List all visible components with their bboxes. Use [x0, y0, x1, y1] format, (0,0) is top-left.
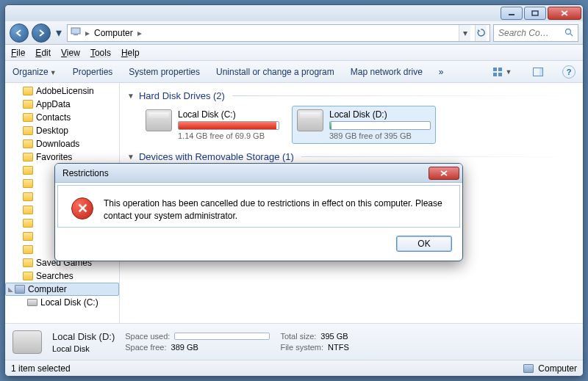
tree-folder: AppData	[5, 98, 119, 111]
svg-rect-6	[498, 68, 502, 71]
tree-folder: AdobeLicensin	[5, 84, 119, 98]
search-icon	[564, 26, 573, 40]
folder-icon	[23, 126, 33, 135]
breadcrumb-sep-icon: ▸	[85, 28, 90, 38]
tree-computer[interactable]: ◣Computer	[5, 283, 119, 296]
svg-rect-1	[532, 11, 538, 15]
minimize-button[interactable]	[501, 7, 523, 20]
refresh-button[interactable]	[475, 25, 487, 41]
system-properties-button[interactable]: System properties	[129, 67, 200, 77]
dialog-titlebar[interactable]: Restrictions	[55, 164, 462, 183]
drive-d[interactable]: Local Disk (D:) 389 GB free of 395 GB	[292, 106, 436, 144]
drive-free: 389 GB free of 395 GB	[329, 131, 431, 140]
menu-bar: File Edit View Tools Help	[5, 45, 583, 61]
forward-button[interactable]	[32, 23, 51, 43]
usage-bar	[174, 333, 270, 340]
restrictions-dialog: Restrictions ✕ This operation has been c…	[54, 163, 463, 261]
collapse-icon: ▼	[127, 92, 135, 100]
toolbar-overflow[interactable]: »	[439, 67, 444, 77]
folder-icon	[23, 232, 33, 241]
group-removable[interactable]: ▼ Devices with Removable Storage (1)	[127, 151, 576, 162]
search-input[interactable]	[498, 28, 564, 38]
svg-rect-10	[539, 68, 542, 76]
details-pane: Local Disk (D:) Local Disk Space used: S…	[5, 323, 583, 360]
nav-history-dropdown[interactable]: ▾	[54, 23, 64, 43]
help-button[interactable]: ?	[562, 65, 576, 79]
folder-icon	[23, 153, 33, 162]
collapse-icon: ▼	[127, 153, 135, 161]
folder-icon	[23, 258, 33, 267]
status-left: 1 item selected	[11, 363, 71, 374]
tree-disk-c[interactable]: Local Disk (C:)	[5, 296, 119, 309]
tree-folder: Favorites	[5, 150, 119, 164]
titlebar	[5, 5, 583, 21]
ok-button[interactable]: OK	[396, 236, 452, 252]
svg-rect-2	[71, 28, 80, 34]
dialog-close-button[interactable]	[429, 167, 459, 180]
menu-help[interactable]: Help	[121, 48, 140, 58]
tree-folder: Downloads	[5, 137, 119, 150]
back-button[interactable]	[10, 23, 29, 43]
uninstall-button[interactable]: Uninstall or change a program	[216, 67, 334, 77]
folder-icon	[23, 166, 33, 175]
preview-pane-button[interactable]	[530, 64, 546, 80]
organize-button[interactable]: Organize▼	[12, 67, 57, 77]
svg-rect-0	[509, 14, 514, 15]
folder-icon	[23, 272, 33, 280]
dialog-title: Restrictions	[62, 168, 109, 178]
folder-icon	[23, 192, 33, 201]
details-subtitle: Local Disk	[52, 344, 115, 353]
details-title: Local Disk (D:)	[52, 331, 115, 342]
capacity-bar	[178, 121, 279, 130]
nav-bar: ▾ ▸ Computer ▸ ▾	[5, 21, 583, 45]
menu-view[interactable]: View	[61, 48, 80, 58]
svg-rect-3	[74, 35, 78, 35]
address-bar[interactable]: ▸ Computer ▸ ▾	[67, 24, 490, 42]
disk-icon	[27, 299, 37, 306]
tree-folder: Contacts	[5, 111, 119, 124]
group-hdd[interactable]: ▼ Hard Disk Drives (2)	[127, 90, 576, 101]
menu-tools[interactable]: Tools	[90, 48, 111, 58]
drive-label: Local Disk (D:)	[329, 109, 431, 120]
command-bar: Organize▼ Properties System properties U…	[5, 61, 583, 83]
close-button[interactable]	[548, 7, 581, 20]
breadcrumb-sep-icon: ▸	[137, 28, 142, 38]
computer-icon	[15, 285, 25, 294]
search-box[interactable]	[493, 24, 578, 42]
expand-icon[interactable]: ◣	[7, 286, 14, 293]
folder-icon	[23, 139, 33, 148]
properties-button[interactable]: Properties	[73, 67, 113, 77]
computer-icon	[523, 364, 534, 373]
folder-icon	[23, 219, 33, 228]
disk-icon	[297, 109, 323, 131]
svg-rect-7	[493, 73, 497, 76]
drive-free: 1.14 GB free of 69.9 GB	[178, 131, 279, 140]
tree-folder: Desktop	[5, 124, 119, 137]
svg-rect-8	[498, 73, 502, 76]
address-dropdown[interactable]: ▾	[459, 25, 470, 41]
disk-icon	[12, 330, 42, 354]
tree-folder: Searches	[5, 269, 119, 283]
computer-icon	[71, 27, 81, 38]
folder-icon	[23, 100, 33, 109]
menu-file[interactable]: File	[11, 48, 25, 58]
svg-point-4	[566, 29, 571, 34]
capacity-bar	[329, 121, 431, 130]
breadcrumb-computer[interactable]: Computer	[94, 28, 133, 38]
drive-c[interactable]: Local Disk (C:) 1.14 GB free of 69.9 GB	[140, 106, 284, 144]
status-right: Computer	[538, 363, 577, 374]
menu-edit[interactable]: Edit	[35, 48, 51, 58]
folder-icon	[23, 245, 33, 254]
error-icon: ✕	[71, 197, 93, 219]
folder-icon	[23, 179, 33, 188]
folder-icon	[23, 87, 33, 95]
view-mode-button[interactable]: ▼	[490, 64, 514, 80]
disk-icon	[146, 109, 172, 131]
drive-label: Local Disk (C:)	[178, 109, 279, 120]
dialog-message: This operation has been cancelled due to…	[104, 197, 446, 222]
folder-icon	[23, 113, 33, 122]
folder-icon	[23, 206, 33, 214]
svg-rect-5	[493, 68, 497, 71]
map-drive-button[interactable]: Map network drive	[351, 67, 423, 77]
maximize-button[interactable]	[524, 7, 546, 20]
